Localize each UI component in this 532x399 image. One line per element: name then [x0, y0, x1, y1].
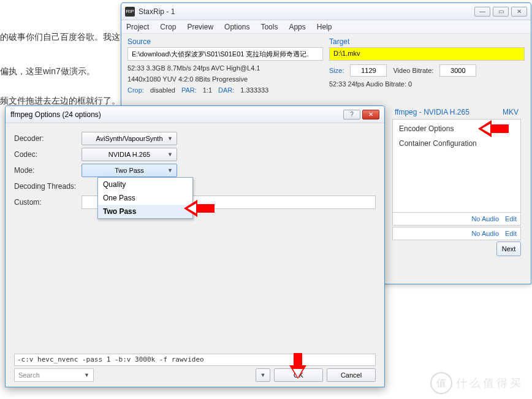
ok-button[interactable]: OK	[274, 368, 323, 382]
container-link[interactable]: MKV	[503, 108, 519, 116]
codec-combo[interactable]: NVIDIA H.265▼	[82, 148, 177, 161]
threads-label: Decoding Threads:	[14, 182, 82, 191]
menu-preview[interactable]: Preview	[187, 23, 213, 31]
target-pane: Target D:\1.mkv Size: Video Bitrate: 52:…	[329, 37, 525, 94]
main-titlebar[interactable]: RIP StaxRip - 1 — ▭ ✕	[121, 3, 531, 20]
par-value: 1:1	[203, 86, 212, 94]
menu-tools[interactable]: Tools	[260, 23, 278, 31]
help-button[interactable]: ?	[343, 110, 360, 120]
minimize-button[interactable]: —	[474, 7, 490, 17]
source-info-2: 1440x1080 YUV 4:2:0 8Bits Progressive	[127, 75, 323, 83]
mode-dropdown-list[interactable]: Quality One Pass Two Pass	[97, 177, 193, 219]
mode-option-onepass[interactable]: One Pass	[98, 191, 192, 205]
close-button[interactable]: ✕	[511, 7, 527, 17]
commandline-output[interactable]: -c:v hevc_nvenc -pass 1 -b:v 3000k -f ra…	[14, 354, 376, 366]
mode-combo[interactable]: Two Pass▼	[82, 164, 177, 177]
source-path[interactable]: E:\download\大侦探波罗\S01\S01E01 克拉珀姆厨师奇遇记.	[127, 47, 323, 61]
chevron-down-icon: ▼	[167, 167, 173, 173]
audio-none-2[interactable]: No Audio	[471, 230, 499, 237]
menu-options[interactable]: Options	[224, 23, 249, 31]
decoder-label: Decoder:	[14, 134, 82, 143]
source-pane: Source E:\download\大侦探波罗\S01\S01E01 克拉珀姆…	[127, 37, 323, 94]
encoder-panel: ffmpeg - NVIDIA H.265 MKV Encoder Option…	[392, 108, 521, 216]
crop-label[interactable]: Crop:	[127, 86, 144, 94]
source-crop-row: Crop: disabled PAR: 1:1 DAR: 1.333333	[127, 86, 323, 94]
maximize-button[interactable]: ▭	[493, 7, 509, 17]
chevron-down-icon: ▼	[167, 151, 173, 158]
dar-label[interactable]: DAR:	[218, 86, 234, 94]
video-bitrate-label: Video Bitrate:	[393, 67, 433, 74]
next-button[interactable]: Next	[496, 241, 521, 256]
main-title: StaxRip - 1	[139, 7, 474, 16]
audio-none-1[interactable]: No Audio	[471, 215, 499, 222]
dialog-title: ffmpeg Options (24 options)	[10, 110, 343, 119]
app-icon: RIP	[125, 7, 135, 17]
encoder-options-item[interactable]: Encoder Options	[399, 124, 514, 133]
size-input[interactable]	[350, 64, 387, 77]
menu-apps[interactable]: Apps	[289, 23, 305, 31]
custom-label: Custom:	[14, 198, 82, 207]
container-config-item[interactable]: Container Configuration	[399, 139, 514, 148]
cancel-button[interactable]: Cancel	[327, 368, 376, 382]
mode-option-twopass[interactable]: Two Pass	[98, 205, 192, 218]
chevron-down-icon: ▼	[84, 372, 89, 378]
audio-row-1[interactable]: No Audio Edit	[392, 212, 521, 226]
mode-label: Mode:	[14, 166, 82, 175]
watermark-text: 什么值得买	[456, 376, 523, 390]
codec-label: Codec:	[14, 150, 82, 159]
audio-edit-2[interactable]: Edit	[505, 230, 517, 237]
bg-text-2: 偏执，这里win7做演示。	[0, 66, 95, 77]
decoder-combo[interactable]: AviSynth/VapourSynth▼	[82, 132, 177, 145]
menu-crop[interactable]: Crop	[160, 23, 176, 31]
audio-edit-1[interactable]: Edit	[505, 215, 517, 222]
target-info: 52:33 24fps Audio Bitrate: 0	[329, 80, 525, 88]
target-label: Target	[329, 37, 525, 46]
chevron-down-icon: ▼	[167, 135, 173, 142]
menubar: Project Crop Preview Options Tools Apps …	[121, 20, 531, 34]
ffmpeg-options-dialog: ffmpeg Options (24 options) ? ✕ Decoder:…	[5, 105, 385, 387]
source-label: Source	[127, 37, 323, 46]
menu-dropdown-button[interactable]: ▼	[256, 368, 270, 382]
encoder-panel-box[interactable]: Encoder Options Container Configuration	[392, 119, 521, 216]
audio-rows: No Audio Edit No Audio Edit	[392, 212, 521, 241]
size-label[interactable]: Size:	[329, 67, 344, 74]
search-placeholder: Search	[18, 371, 40, 379]
search-combo[interactable]: Search ▼	[14, 368, 94, 382]
bg-text-1: 的破事你们自己百度谷歌。我这	[0, 32, 120, 43]
audio-row-2[interactable]: No Audio Edit	[392, 227, 521, 240]
source-info-1: 52:33 3.3GB 8.7Mb/s 24fps AVC High@L4.1	[127, 64, 323, 72]
par-label[interactable]: PAR:	[181, 86, 197, 94]
watermark: 值 什么值得买	[430, 371, 528, 395]
video-bitrate-input[interactable]	[439, 64, 476, 77]
dialog-titlebar[interactable]: ffmpeg Options (24 options) ? ✕	[6, 106, 384, 123]
dialog-close-button[interactable]: ✕	[362, 110, 379, 120]
codec-link[interactable]: ffmpeg - NVIDIA H.265	[395, 108, 469, 116]
menu-project[interactable]: Project	[126, 23, 149, 31]
crop-value: disabled	[150, 86, 175, 94]
dar-value: 1.333333	[240, 86, 268, 94]
mode-option-quality[interactable]: Quality	[98, 178, 192, 191]
menu-help[interactable]: Help	[317, 23, 332, 31]
watermark-icon: 值	[430, 372, 452, 394]
target-path[interactable]: D:\1.mkv	[329, 47, 525, 61]
